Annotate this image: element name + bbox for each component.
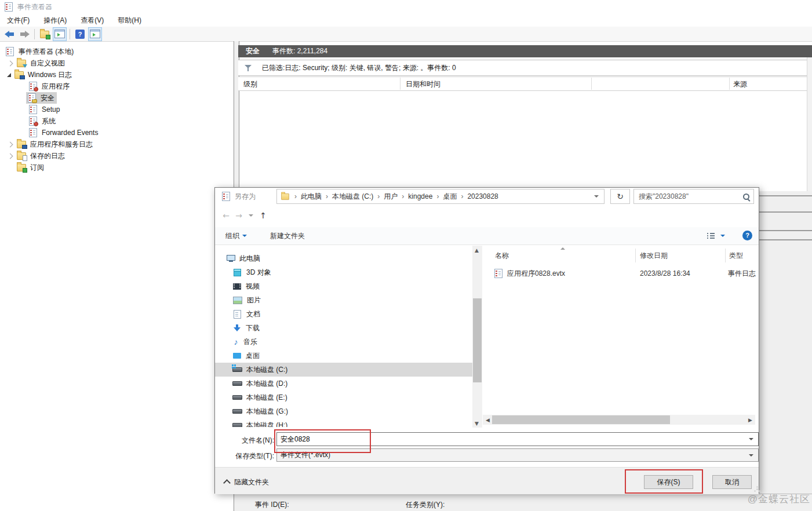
help-button[interactable]: ? (73, 27, 87, 41)
search-input[interactable]: 搜索"20230828" (633, 189, 754, 204)
combo-dropdown-icon[interactable] (749, 438, 753, 440)
column-name[interactable]: 名称 (495, 251, 509, 261)
nav-label: 桌面 (246, 351, 260, 361)
tree-item-saved-logs[interactable]: 保存的日志 (0, 150, 232, 162)
column-source[interactable]: 来源 (733, 79, 747, 89)
recent-locations-icon[interactable] (249, 214, 253, 217)
breadcrumb-this-pc[interactable]: 此电脑 (301, 192, 322, 202)
nav-disk-h-clipped[interactable]: 本地磁盘 (H:) (215, 418, 472, 427)
console-tree-icon (54, 30, 65, 38)
nav-disk-c[interactable]: 本地磁盘 (C:) (215, 363, 472, 377)
column-divider[interactable] (725, 249, 726, 262)
tree-item-forwarded-events[interactable]: Forwarded Events (0, 127, 232, 138)
show-console-tree-button[interactable] (53, 27, 67, 41)
breadcrumb-users[interactable]: 用户 (384, 192, 398, 202)
menu-action[interactable]: 操作(A) (37, 14, 74, 27)
nav-scrollbar[interactable]: ▲ ▼ (472, 246, 482, 428)
column-divider[interactable] (729, 78, 730, 90)
file-row[interactable]: 应用程序0828.evtx 2023/8/28 16:34 事件日志 (483, 267, 760, 280)
nav-disk-d[interactable]: 本地磁盘 (D:) (215, 377, 472, 390)
tree-item-apps-services[interactable]: 应用程序和服务日志 (0, 138, 232, 150)
nav-up-icon[interactable]: ↑ (257, 211, 270, 220)
breadcrumb-desktop[interactable]: 桌面 (443, 192, 457, 202)
expand-icon[interactable] (8, 141, 13, 147)
scroll-left-icon[interactable]: ◀ (486, 417, 490, 423)
menu-help[interactable]: 帮助(H) (111, 14, 148, 27)
back-button[interactable] (2, 27, 16, 41)
file-list-hscrollbar[interactable]: ◀ ▶ (483, 415, 755, 425)
column-date-modified[interactable]: 修改日期 (640, 251, 668, 261)
annotation-filename-box (274, 429, 371, 453)
tree-item-subscriptions[interactable]: 订阅 (0, 162, 232, 173)
column-divider[interactable] (591, 78, 592, 90)
nav-label: 3D 对象 (246, 268, 271, 278)
scroll-down-icon[interactable]: ▼ (475, 421, 479, 426)
nav-3d-objects[interactable]: 3D 对象 (215, 265, 472, 279)
tree-item-security[interactable]: 安全 (0, 92, 232, 104)
nav-disk-g[interactable]: 本地磁盘 (G:) (215, 404, 472, 418)
scrollbar-strip[interactable] (807, 57, 812, 191)
this-pc-icon (227, 254, 235, 262)
dialog-help-icon[interactable]: ? (742, 231, 752, 240)
column-divider[interactable] (635, 249, 636, 262)
tree-item-application[interactable]: 应用程序 (0, 81, 232, 92)
show-action-pane-button[interactable] (88, 27, 102, 41)
nav-label: 视频 (246, 282, 260, 291)
nav-label: 本地磁盘 (H:) (246, 421, 287, 428)
menu-file[interactable]: 文件(F) (0, 14, 37, 27)
nav-disk-e[interactable]: 本地磁盘 (E:) (215, 390, 472, 404)
nav-videos[interactable]: 视频 (215, 279, 472, 293)
file-date: 2023/8/28 16:34 (640, 269, 690, 278)
tree-item-system[interactable]: 系统 (0, 115, 232, 127)
scroll-up-icon[interactable]: ▲ (475, 247, 479, 253)
tree-item-setup[interactable]: Setup (0, 104, 232, 115)
nav-pictures[interactable]: 图片 (215, 293, 472, 307)
breadcrumb-20230828[interactable]: 20230828 (467, 192, 498, 200)
address-dropdown-icon[interactable] (594, 195, 599, 198)
app-titlebar: 事件查看器 (0, 0, 812, 14)
nav-label: 本地磁盘 (C:) (246, 365, 287, 375)
nav-label: 图片 (247, 295, 261, 305)
view-mode-icon[interactable] (707, 232, 715, 239)
organize-dropdown-icon (242, 235, 247, 237)
open-saved-log-button[interactable] (38, 27, 52, 41)
hide-folders-chevron-icon[interactable] (223, 479, 231, 487)
nav-documents[interactable]: 文档 (215, 307, 472, 321)
column-type[interactable]: 类型 (729, 251, 743, 261)
tree-item-custom-views[interactable]: 自定义视图 (0, 57, 232, 69)
app-icon (5, 2, 13, 12)
menu-view[interactable]: 查看(V) (74, 14, 111, 27)
scrollbar-thumb[interactable] (473, 298, 482, 382)
forward-button[interactable] (17, 27, 31, 41)
tree-item-windows-logs[interactable]: Windows 日志 (0, 69, 232, 81)
nav-label: 本地磁盘 (D:) (246, 379, 287, 389)
column-divider[interactable] (400, 78, 400, 90)
hide-folders-label[interactable]: 隐藏文件夹 (234, 477, 269, 487)
nav-music[interactable]: ♪音乐 (215, 335, 472, 349)
console-tree: 事件查看器 (本地) 自定义视图 Windows 日志 应用程序 安全 Setu… (0, 46, 232, 173)
expand-icon[interactable] (8, 153, 13, 159)
address-bar[interactable]: › 此电脑 › 本地磁盘 (C:) › 用户 › kingdee › 桌面 › … (276, 189, 605, 204)
scrollbar-thumb[interactable] (492, 415, 670, 424)
organize-button[interactable]: 组织 (225, 231, 247, 241)
search-icon[interactable] (742, 193, 750, 200)
scroll-right-icon[interactable]: ▶ (748, 417, 752, 423)
combo-dropdown-icon[interactable] (749, 454, 753, 457)
nav-forward-icon[interactable]: → (232, 211, 245, 220)
column-level[interactable]: 级别 (243, 79, 257, 89)
videos-icon (233, 283, 241, 290)
column-datetime[interactable]: 日期和时间 (406, 79, 440, 89)
refresh-icon[interactable]: ↻ (610, 189, 630, 204)
collapse-icon[interactable] (7, 73, 11, 77)
cancel-button[interactable]: 取消 (712, 475, 752, 489)
tree-item-root[interactable]: 事件查看器 (本地) (0, 46, 232, 57)
nav-back-icon[interactable]: ← (220, 211, 232, 220)
view-dropdown-icon[interactable] (720, 235, 725, 237)
nav-desktop[interactable]: 桌面 (215, 349, 472, 363)
expand-icon[interactable] (8, 60, 13, 66)
new-folder-button[interactable]: 新建文件夹 (270, 231, 305, 241)
breadcrumb-disk-c[interactable]: 本地磁盘 (C:) (332, 192, 373, 202)
breadcrumb-kingdee[interactable]: kingdee (408, 192, 432, 200)
nav-this-pc[interactable]: 此电脑 (215, 251, 472, 265)
nav-downloads[interactable]: 下载 (215, 321, 472, 335)
